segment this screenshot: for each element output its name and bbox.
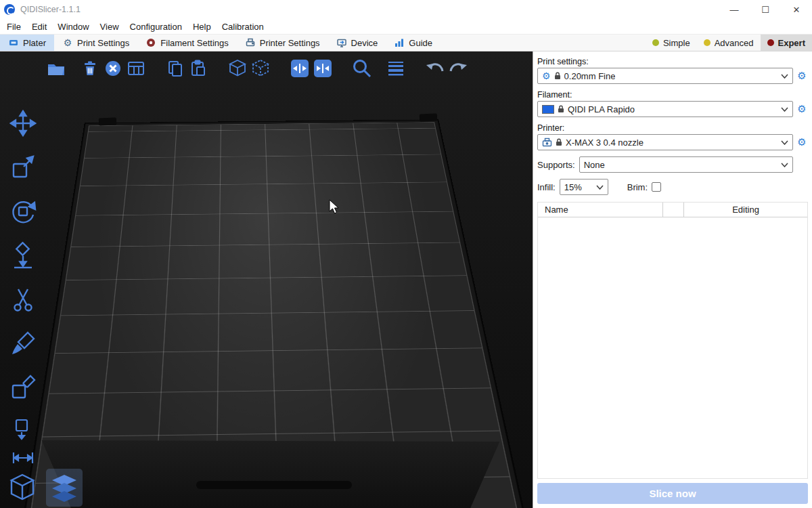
tab-guide-label: Guide [409,38,432,48]
mouse-cursor [329,199,341,215]
menu-calibration[interactable]: Calibration [217,22,269,32]
tab-print-settings-label: Print Settings [77,38,129,48]
advanced-mode-dot-icon [704,39,710,46]
emboss-icon [9,374,37,401]
mode-expert[interactable]: Expert [761,35,812,51]
tab-guide[interactable]: Guide [386,35,441,51]
print-settings-gear-button[interactable]: ⚙ [796,70,808,82]
view-mode-toggles [4,469,83,507]
place-on-face-button[interactable] [7,240,39,270]
search-icon [351,58,373,79]
remove-instance-button[interactable] [311,57,334,80]
redo-button[interactable] [447,57,470,80]
printer-gear-button[interactable]: ⚙ [796,136,808,148]
print-settings-combo[interactable]: ⚙ 0.20mm Fine [537,68,793,84]
supports-combo[interactable]: None [579,156,793,173]
menu-window[interactable]: Window [52,22,94,32]
object-list: Name Editing [537,202,808,479]
split-to-parts-button[interactable] [249,57,272,80]
printer-value: X-MAX 3 0.4 nozzle [566,137,644,148]
open-button[interactable] [45,57,68,80]
menu-file[interactable]: File [1,22,26,32]
3d-viewport[interactable] [0,51,533,508]
copy-button[interactable] [164,57,187,80]
guide-icon [394,37,405,48]
filament-color-swatch [542,105,554,114]
mode-simple-label: Simple [663,38,690,48]
sink-button[interactable] [7,417,39,441]
tab-device-label: Device [351,38,378,48]
minimize-button[interactable]: — [719,0,750,19]
scale-button[interactable] [7,152,39,182]
menu-edit[interactable]: Edit [26,22,52,32]
filament-settings-icon [145,37,156,48]
filament-gear-button[interactable]: ⚙ [796,103,808,115]
column-editing: Editing [684,205,807,215]
filament-combo[interactable]: QIDI PLA Rapido [537,101,793,117]
chevron-down-icon [781,74,788,79]
move-button[interactable] [7,108,39,138]
arrange-icon [127,59,145,78]
tab-print-settings[interactable]: ⚙ Print Settings [54,35,137,51]
cut-icon [9,286,37,313]
build-plate-scene [0,51,533,508]
tab-printer-settings[interactable]: Printer Settings [237,35,328,51]
emboss-button[interactable] [7,373,39,402]
print-settings-label: Print settings: [537,57,808,66]
maximize-button[interactable]: ☐ [750,0,781,19]
simple-mode-dot-icon [652,39,659,46]
chevron-down-icon [596,185,604,190]
split-to-parts-icon [250,58,271,79]
mode-advanced[interactable]: Advanced [697,35,761,51]
tab-plater[interactable]: Plater [0,35,54,51]
paint-supports-button[interactable] [7,329,39,358]
redo-icon [447,59,469,78]
editor-view-button[interactable] [4,469,41,507]
supports-value: None [584,160,605,170]
close-button[interactable]: ✕ [781,0,812,19]
paint-supports-icon [9,330,37,357]
printer-settings-icon [245,37,256,48]
layer-height-icon [386,58,406,79]
cut-button[interactable] [7,284,39,314]
lock-icon [554,72,561,80]
delete-button[interactable] [78,57,102,80]
filament-label: Filament: [537,90,808,100]
supports-label: Supports: [537,160,575,170]
trash-icon [81,59,99,78]
open-folder-icon [46,58,66,79]
delete-all-button[interactable] [102,57,125,80]
measure-button[interactable] [7,445,39,469]
search-button[interactable] [351,57,374,80]
tab-filament-settings[interactable]: Filament Settings [137,35,236,51]
slice-now-button[interactable]: Slice now [537,483,808,504]
device-icon [336,37,347,48]
printer-combo[interactable]: X-MAX 3 0.4 nozzle [537,134,793,150]
menu-view[interactable]: View [95,22,125,32]
preview-view-button[interactable] [46,469,83,507]
paste-button[interactable] [187,57,210,80]
title-bar: QIDISlicer-1.1.1 — ☐ ✕ [0,0,812,19]
menu-help[interactable]: Help [187,22,217,32]
column-name: Name [538,205,662,215]
variable-layer-height-button[interactable] [384,57,407,80]
split-to-objects-button[interactable] [226,57,249,80]
arrange-button[interactable] [125,57,148,80]
rotate-button[interactable] [7,196,39,226]
brim-checkbox[interactable] [652,182,661,192]
chevron-down-icon [781,107,788,112]
infill-label: Infill: [537,182,556,192]
object-list-header: Name Editing [538,203,807,217]
mode-simple[interactable]: Simple [646,35,697,51]
print-settings-value: 0.20mm Fine [564,71,616,81]
infill-combo[interactable]: 15% [560,179,608,195]
tab-device[interactable]: Device [328,35,386,51]
menu-bar: File Edit Window View Configuration Help… [0,19,812,34]
brim-label: Brim: [627,182,648,192]
object-list-body[interactable] [538,217,807,478]
printer-preset-icon [542,137,552,147]
preset-gear-icon: ⚙ [542,71,551,81]
add-instance-button[interactable] [288,57,311,80]
undo-button[interactable] [424,57,447,80]
menu-configuration[interactable]: Configuration [125,22,187,32]
